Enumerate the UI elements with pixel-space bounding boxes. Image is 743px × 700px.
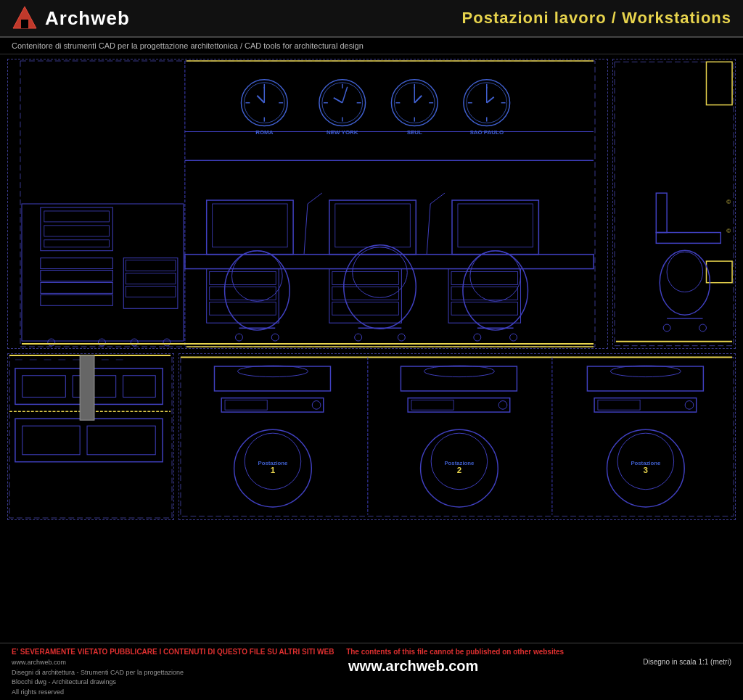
svg-rect-49: [41, 271, 113, 281]
svg-line-94: [308, 193, 322, 204]
svg-rect-68: [210, 272, 276, 285]
svg-point-107: [667, 252, 702, 292]
svg-line-96: [430, 193, 445, 204]
footer-warning: E' SEVERAMENTE VIETATO PUBBLICARE I CONT…: [12, 648, 731, 656]
svg-rect-54: [123, 258, 178, 309]
svg-point-88: [510, 334, 517, 341]
svg-rect-131: [80, 355, 94, 420]
svg-rect-105: [656, 233, 721, 244]
svg-point-53: [98, 339, 105, 346]
svg-point-84: [463, 251, 528, 330]
svg-rect-101: [706, 62, 732, 104]
svg-rect-132: [181, 357, 734, 516]
svg-rect-81: [332, 302, 399, 315]
svg-line-30: [414, 96, 422, 103]
svg-rect-60: [207, 200, 293, 255]
front-elevation-svg: ROMA NEW YORK: [8, 59, 607, 348]
svg-text:ROMA: ROMA: [255, 129, 274, 136]
svg-rect-126: [123, 376, 156, 398]
logo-text: Archweb: [45, 7, 130, 30]
svg-rect-57: [126, 286, 176, 297]
svg-text:2: 2: [457, 465, 461, 474]
svg-rect-136: [214, 366, 330, 391]
main-content: ROMA NEW YORK: [0, 54, 743, 524]
svg-point-146: [424, 366, 494, 377]
logo-area: Archweb: [12, 5, 130, 31]
svg-rect-55: [126, 260, 176, 271]
svg-point-87: [474, 334, 481, 341]
svg-line-22: [342, 87, 348, 103]
svg-rect-79: [332, 272, 399, 285]
svg-rect-47: [44, 240, 110, 247]
svg-rect-43: [22, 204, 184, 341]
svg-rect-148: [411, 400, 453, 411]
footer-warning-red: The contents of this file cannot be publ…: [346, 648, 564, 656]
footer-line-1: www.archweb.com: [12, 658, 184, 668]
footer-scale-text: Disegno in scala 1:1 (metri): [643, 658, 731, 666]
svg-rect-44: [41, 207, 113, 251]
svg-point-52: [48, 339, 55, 346]
svg-rect-61: [213, 204, 287, 247]
svg-point-62: [225, 251, 290, 330]
svg-line-21: [334, 98, 342, 103]
svg-rect-111: [656, 193, 667, 232]
plan-right-view: Postazione 1 Postazione 2: [178, 353, 736, 520]
svg-rect-139: [225, 400, 267, 411]
svg-rect-82: [452, 200, 538, 255]
svg-point-65: [236, 334, 243, 341]
svg-rect-83: [458, 204, 533, 247]
svg-rect-90: [451, 272, 518, 285]
footer-line-2: Disegni di architettura - Strumenti CAD …: [12, 668, 184, 678]
svg-text:1: 1: [271, 465, 276, 474]
cad-area: ROMA NEW YORK: [7, 59, 736, 349]
svg-text:SEUL: SEUL: [407, 129, 422, 136]
svg-point-58: [131, 339, 138, 346]
svg-rect-1: [21, 20, 28, 28]
svg-line-93: [304, 204, 308, 255]
svg-point-110: [699, 324, 707, 332]
svg-rect-80: [332, 287, 399, 300]
front-elevation: ROMA NEW YORK: [7, 59, 608, 349]
svg-line-95: [427, 204, 430, 255]
svg-rect-48: [41, 258, 113, 269]
svg-text:©: ©: [726, 228, 731, 234]
svg-rect-130: [87, 426, 155, 455]
svg-rect-46: [44, 226, 110, 236]
svg-rect-157: [598, 400, 640, 411]
svg-point-158: [685, 401, 694, 410]
footer-bottom: www.archweb.com Disegni di architettura …: [12, 658, 731, 697]
svg-point-149: [498, 401, 507, 410]
svg-line-12: [257, 96, 264, 103]
svg-point-137: [237, 366, 308, 377]
plan-left-svg: [8, 354, 173, 519]
footer-warning-black: E' SEVERAMENTE VIETATO PUBBLICARE I CONT…: [12, 648, 334, 656]
svg-rect-45: [44, 211, 110, 222]
svg-point-109: [663, 324, 670, 332]
svg-point-140: [312, 401, 321, 410]
svg-point-155: [610, 366, 681, 377]
svg-rect-128: [15, 419, 163, 461]
plan-area: Postazione 1 Postazione 2: [7, 353, 736, 520]
svg-rect-69: [210, 287, 276, 300]
svg-point-76: [355, 334, 362, 341]
svg-text:©: ©: [726, 199, 731, 205]
subtitle-bar: Contenitore di strumenti CAD per la prog…: [0, 38, 743, 54]
svg-point-85: [470, 251, 521, 302]
svg-rect-56: [126, 273, 176, 284]
svg-point-59: [163, 339, 171, 346]
svg-rect-145: [401, 366, 517, 391]
svg-point-66: [271, 334, 279, 341]
footer-line-3: Blocchi dwg - Architectural drawings: [12, 678, 184, 688]
svg-line-39: [487, 97, 494, 103]
svg-text:SAO PAULO: SAO PAULO: [469, 129, 504, 136]
footer: E' SEVERAMENTE VIETATO PUBBLICARE I CONT…: [0, 643, 743, 700]
svg-rect-70: [210, 302, 276, 315]
header: Archweb Postazioni lavoro / Workstations: [0, 0, 743, 38]
svg-point-77: [398, 334, 405, 341]
footer-left-info: www.archweb.com Disegni di architettura …: [12, 658, 184, 697]
svg-rect-124: [22, 376, 65, 398]
plan-left-view: [7, 353, 174, 520]
plan-right-svg: Postazione 1 Postazione 2: [179, 354, 735, 519]
side-elevation: © ©: [612, 59, 736, 349]
header-title: Postazioni lavoro / Workstations: [462, 9, 731, 28]
